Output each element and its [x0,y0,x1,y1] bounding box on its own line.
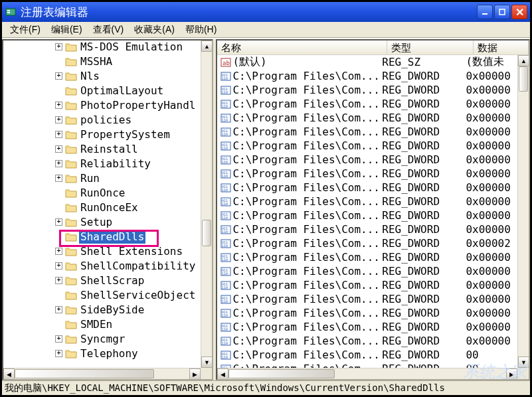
tree-item[interactable]: ShellServiceObject [3,287,201,302]
scroll-up-button[interactable]: ▲ [518,55,529,66]
tree-item[interactable]: RunOnce [3,185,201,200]
col-name[interactable]: 名称 [217,40,387,54]
expander-blank [55,87,62,94]
expand-icon[interactable]: + [55,218,62,226]
expand-icon[interactable]: + [55,43,62,50]
list-row[interactable]: 011110C:\Program Files\Com...REG_DWORD0x… [217,83,517,97]
tree-item[interactable]: +policies [3,112,201,127]
folder-icon [65,159,77,169]
folder-icon [65,100,77,110]
list-row[interactable]: 011110C:\Program Files\Com...REG_DWORD0x… [217,195,517,208]
close-button[interactable]: ✕ [511,5,527,19]
list-row[interactable]: 011110C:\Program Files\Com...REG_DWORD0x… [217,334,517,348]
tree-item[interactable]: +Setup [3,214,201,229]
scroll-down-button[interactable]: ▼ [201,357,213,368]
list-hscrollbar[interactable]: ◀ ▶ [217,368,517,379]
list-row[interactable]: 011110C:\Program Files\Com...REG_DWORD0x… [217,264,517,278]
expand-icon[interactable]: + [55,248,62,255]
list-row[interactable]: 011110C:\Program Files\Com...REG_DWORD0x… [217,69,517,83]
cell-name: C:\Program Files\Com... [232,84,382,96]
menu-favorites[interactable]: 收藏夹(A) [129,23,180,37]
list-row[interactable]: ab(默认)REG_SZ(数值未 [217,55,517,69]
menu-file[interactable]: 文件(F) [5,23,46,37]
expand-icon[interactable]: + [55,145,62,153]
scroll-down-button[interactable]: ▼ [518,357,529,368]
list-vscroll-thumb[interactable] [519,66,528,92]
tree-item[interactable]: +Reliability [3,156,201,171]
tree-hscrollbar[interactable]: ◀ ▶ [3,368,201,379]
list-row[interactable]: 011110C:\Program Files\Com...REG_DWORD0x… [217,111,517,125]
binary-value-icon: 011110 [220,127,231,137]
regedit-icon [5,6,17,18]
expand-icon[interactable]: + [55,262,62,270]
list-row[interactable]: 011110C:\Program Files\Com...REG_DWORD0x… [217,97,517,111]
list-row[interactable]: 011110C:\Program Files\Com...REG_DWORD0x… [217,320,517,334]
expand-icon[interactable]: + [55,175,62,182]
maximize-button[interactable] [494,5,510,19]
expand-icon[interactable]: + [55,277,62,284]
list-row[interactable]: 011110C:\Program Files\Com...REG_DWORD0x… [217,306,517,320]
tree-item[interactable]: +MS-DOS Emulation [3,40,201,54]
list-vscrollbar[interactable]: ▲ ▼ [517,55,529,368]
expand-icon[interactable]: + [55,102,62,109]
binary-value-icon: 011110 [220,155,231,165]
list-row[interactable]: 011110C:\Program Files\Com...REG_DWORD0x… [217,125,517,139]
menu-view[interactable]: 查看(V) [88,23,130,37]
tree-vscrollbar[interactable]: ▲ ▼ [201,40,212,368]
list-row[interactable]: 011110C:\Program Files\Com...REG_DWORD0x… [217,236,517,250]
minimize-button[interactable] [477,5,493,19]
expand-icon[interactable]: + [55,116,62,123]
list-row[interactable]: 011110C:\Program Files\Com...REG_DWORD00 [217,348,517,362]
expand-icon[interactable]: + [55,335,62,343]
expand-icon[interactable]: + [55,72,62,80]
scroll-left-button[interactable]: ◀ [217,368,228,379]
expand-icon[interactable]: + [55,131,62,138]
list-row[interactable]: 011110C:\Program Files\Com...REG_DWORD0x… [217,250,517,264]
list-row[interactable]: 011110C:\Program Files\Com...REG_DWORD0x… [217,208,517,222]
tree-item[interactable]: +Reinstall [3,141,201,156]
expand-icon[interactable]: + [55,160,62,167]
statusbar: 我的电脑\HKEY_LOCAL_MACHINE\SOFTWARE\Microso… [2,380,530,395]
tree-item[interactable]: +PropertySystem [3,127,201,141]
list-row[interactable]: 011110C:\Program Files\Com...REG_DWORD0x… [217,278,517,292]
list-row[interactable]: 011110C:\Program Files\Com...REG_DWORD0x… [217,181,517,195]
list-row[interactable]: 011110C:\Program Files\Com...REG_DWORD0x… [217,139,517,153]
scroll-up-button[interactable]: ▲ [201,40,213,52]
list-hscroll-thumb[interactable] [228,369,335,378]
tree-item[interactable]: +Run [3,171,201,185]
tree-item[interactable]: MSSHA [3,54,201,68]
scroll-right-button[interactable]: ▶ [506,368,517,379]
tree-item[interactable]: OptimalLayout [3,83,201,98]
expand-icon[interactable]: + [55,306,62,313]
cell-type: REG_DWORD [382,321,466,333]
list-row[interactable]: 011110C:\Program Files\Com...REG_DWORD0x… [217,222,517,236]
expand-icon[interactable]: + [55,350,62,357]
col-type[interactable]: 类型 [387,40,474,54]
list-row[interactable]: 011110C:\Program Files\Com...REG_DWORD0x… [217,292,517,306]
tree-item[interactable]: +Nls [3,68,201,83]
list-row[interactable]: 011110C:\Program Files\Com...REG_DWORD0x… [217,167,517,181]
tree-item[interactable]: SMDEn [3,317,201,331]
menubar: 文件(F) 编辑(E) 查看(V) 收藏夹(A) 帮助(H) [2,22,530,38]
tree-item[interactable]: +Syncmgr [3,331,201,346]
svg-text:110: 110 [222,355,228,359]
menu-help[interactable]: 帮助(H) [180,23,222,37]
list-row[interactable]: 011110C:\Program Files\Com...REG_DWORD0x… [217,153,517,167]
menu-edit[interactable]: 编辑(E) [46,23,88,37]
tree-hscroll-thumb[interactable] [15,369,154,378]
tree-item-label: policies [79,113,133,127]
tree-item[interactable]: +Telephony [3,346,201,360]
tree-item[interactable]: SharedDlls [3,229,201,244]
scroll-left-button[interactable]: ◀ [3,368,15,380]
tree-item[interactable]: RunOnceEx [3,200,201,214]
tree-item[interactable]: +Shell Extensions [3,244,201,258]
tree-item[interactable]: +ShellCompatibility [3,258,201,273]
scroll-right-button[interactable]: ▶ [189,368,201,380]
cell-type: REG_DWORD [382,349,466,361]
tree-item[interactable]: +ShellScrap [3,273,201,287]
col-data[interactable]: 数据 [474,40,529,54]
tree-item[interactable]: +SideBySide [3,302,201,317]
tree-item[interactable]: +PhotoPropertyHandl [3,98,201,112]
tree-vscroll-thumb[interactable] [202,220,211,246]
tree-item-label: MSSHA [79,54,114,68]
